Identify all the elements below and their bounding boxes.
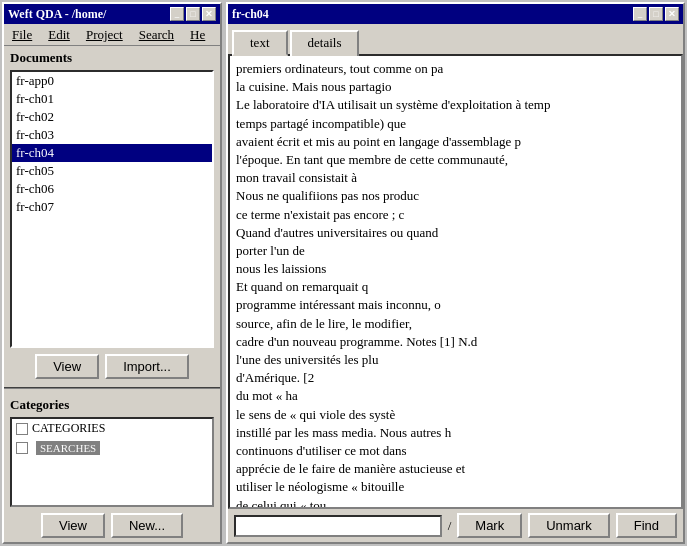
list-item[interactable]: fr-ch02 [12, 108, 212, 126]
text-line: Nous ne qualifiions pas nos produc [236, 187, 675, 205]
categories-list: CATEGORIES SEARCHES [10, 417, 214, 507]
right-title-bar: fr-ch04 _ □ ✕ [228, 4, 683, 24]
mark-button[interactable]: Mark [457, 513, 522, 538]
text-bottom-bar: / Mark Unmark Find [228, 509, 683, 542]
documents-label: Documents [4, 46, 220, 68]
new-category-button[interactable]: New... [111, 513, 183, 538]
right-window: fr-ch04 _ □ ✕ text details premiers ordi… [226, 2, 685, 544]
view-document-button[interactable]: View [35, 354, 99, 379]
text-line: du mot « ha [236, 387, 675, 405]
text-line: source, afin de le lire, le modifier, [236, 315, 675, 333]
text-line: utiliser le néologisme « bitouille [236, 478, 675, 496]
text-line: continuons d'utiliser ce mot dans [236, 442, 675, 460]
list-item-selected[interactable]: fr-ch04 [12, 144, 212, 162]
list-item[interactable]: fr-ch03 [12, 126, 212, 144]
text-line: nous les laissions [236, 260, 675, 278]
menu-file[interactable]: File [8, 26, 36, 43]
menu-project[interactable]: Project [82, 26, 127, 43]
minimize-button[interactable]: _ [170, 7, 184, 21]
left-window-title: Weft QDA - /home/ [8, 7, 106, 22]
list-item[interactable]: fr-ch05 [12, 162, 212, 180]
menu-edit[interactable]: Edit [44, 26, 74, 43]
text-line: avaient écrit et mis au point en langage… [236, 133, 675, 151]
text-content-area: premiers ordinateurs, tout comme on pa l… [228, 54, 683, 509]
text-line: instillé par les mass media. Nous autres… [236, 424, 675, 442]
categories-section: Categories CATEGORIES SEARCHES View New.… [4, 393, 220, 542]
list-item[interactable]: fr-ch06 [12, 180, 212, 198]
searches-checkbox[interactable] [16, 442, 28, 454]
menu-help[interactable]: He [186, 26, 209, 43]
right-window-controls: _ □ ✕ [633, 7, 679, 21]
text-line: l'une des universités les plu [236, 351, 675, 369]
tab-bar: text details [228, 24, 683, 54]
close-button[interactable]: ✕ [202, 7, 216, 21]
searches-item: SEARCHES [12, 438, 212, 458]
text-line: l'époque. En tant que membre de cette co… [236, 151, 675, 169]
text-line: Le laboratoire d'IA utilisait un système… [236, 96, 675, 114]
text-line: le sens de « qui viole des systè [236, 406, 675, 424]
section-divider [4, 387, 220, 389]
view-category-button[interactable]: View [41, 513, 105, 538]
search-input[interactable] [234, 515, 442, 537]
searches-badge: SEARCHES [36, 441, 100, 455]
right-window-title: fr-ch04 [232, 7, 269, 22]
import-button[interactable]: Import... [105, 354, 189, 379]
text-line: premiers ordinateurs, tout comme on pa [236, 60, 675, 78]
left-title-bar: Weft QDA - /home/ _ □ ✕ [4, 4, 220, 24]
unmark-button[interactable]: Unmark [528, 513, 610, 538]
text-line: ce terme n'existait pas encore ; c [236, 206, 675, 224]
text-line: de celui qui « tou [236, 497, 675, 510]
list-item[interactable]: fr-app0 [12, 72, 212, 90]
list-item[interactable]: fr-ch07 [12, 198, 212, 216]
text-line: d'Amérique. [2 [236, 369, 675, 387]
right-close-button[interactable]: ✕ [665, 7, 679, 21]
categories-checkbox[interactable] [16, 423, 28, 435]
right-maximize-button[interactable]: □ [649, 7, 663, 21]
tab-text[interactable]: text [232, 30, 288, 56]
text-line: mon travail consistait à [236, 169, 675, 187]
categories-button-row: View New... [4, 509, 220, 542]
text-line: programme intéressant mais inconnu, o [236, 296, 675, 314]
find-button[interactable]: Find [616, 513, 677, 538]
list-item[interactable]: fr-ch01 [12, 90, 212, 108]
text-line: Quand d'autres universitaires ou quand [236, 224, 675, 242]
slash-divider: / [448, 518, 452, 534]
maximize-button[interactable]: □ [186, 7, 200, 21]
menu-bar: File Edit Project Search He [4, 24, 220, 46]
categories-label: Categories [4, 393, 220, 415]
text-line: la cuisine. Mais nous partagio [236, 78, 675, 96]
text-line: Et quand on remarquait q [236, 278, 675, 296]
text-line: porter l'un de [236, 242, 675, 260]
documents-button-row: View Import... [4, 350, 220, 383]
left-window-controls: _ □ ✕ [170, 7, 216, 21]
text-line: temps partagé incompatible) que [236, 115, 675, 133]
text-line: apprécie de le faire de manière astucieu… [236, 460, 675, 478]
tab-details[interactable]: details [290, 30, 360, 56]
right-minimize-button[interactable]: _ [633, 7, 647, 21]
categories-item: CATEGORIES [12, 419, 212, 438]
categories-item-label: CATEGORIES [32, 421, 105, 436]
documents-list: fr-app0 fr-ch01 fr-ch02 fr-ch03 fr-ch04 … [10, 70, 214, 348]
text-line: cadre d'un nouveau programme. Notes [1] … [236, 333, 675, 351]
menu-search[interactable]: Search [135, 26, 178, 43]
left-window: Weft QDA - /home/ _ □ ✕ File Edit Projec… [2, 2, 222, 544]
